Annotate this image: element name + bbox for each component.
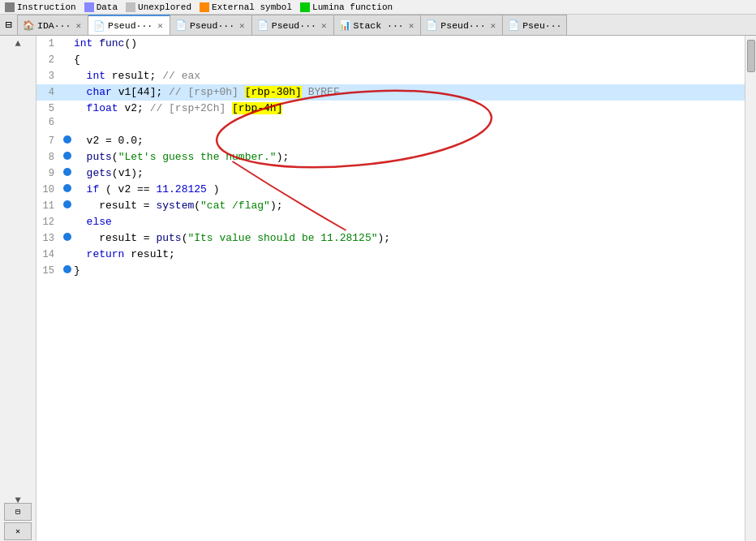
code-area[interactable]: 1int func()2{3 int result; // eax4 char … [37, 36, 745, 541]
code-line-4[interactable]: 4 char v1[44]; // [rsp+0h] [rbp-30h] BYR… [37, 84, 745, 101]
tab-stack[interactable]: 📊 Stack ··· ✕ [334, 15, 422, 35]
tab-pseudo5[interactable]: 📄 Pseu··· [503, 15, 567, 35]
line-number-2: 2 [37, 54, 61, 66]
tab-stack-icon: 📊 [339, 19, 350, 31]
line-number-11: 11 [37, 200, 61, 212]
code-text-8: puts("Let's guess the number."); [74, 149, 745, 165]
tab-pseudo2-close[interactable]: ✕ [238, 20, 247, 31]
breakpoint-8[interactable] [61, 152, 74, 160]
code-text-4: char v1[44]; // [rsp+0h] [rbp-30h] BYREF [74, 84, 745, 101]
tab-pseudo3-close[interactable]: ✕ [320, 20, 329, 31]
data-dot [84, 2, 94, 12]
normal-token: ) [207, 183, 220, 195]
tab-pseudo1[interactable]: 📄 Pseud··· ✕ [88, 15, 170, 35]
tab-pseudo3-icon: 📄 [257, 19, 268, 31]
tab-pseudo4-icon: 📄 [426, 19, 437, 31]
normal-token [74, 86, 87, 98]
highlight-yellow-token: [rbp-30h] [245, 86, 302, 98]
data-label: Data [97, 2, 118, 12]
side-icon-btn-1[interactable]: ⊟ [4, 503, 32, 521]
tab-ida-close[interactable]: ✕ [74, 20, 83, 31]
line-number-1: 1 [37, 38, 61, 49]
breakpoint-13[interactable] [61, 233, 74, 241]
instruction-dot [5, 2, 15, 12]
instruction-label: Instruction [17, 2, 76, 12]
line-number-7: 7 [37, 135, 61, 147]
tab-pseudo4[interactable]: 📄 Pseud··· ✕ [421, 15, 503, 35]
tab-stack-close[interactable]: ✕ [407, 20, 416, 31]
line-number-13: 13 [37, 233, 61, 244]
tab-bar: ⊟ 🏠 IDA··· ✕ 📄 Pseud··· ✕ 📄 Pseud··· ✕ 📄… [0, 15, 756, 36]
scrollbar-vertical[interactable] [745, 36, 756, 541]
legend-bar: Instruction Data Unexplored External sym… [0, 0, 756, 15]
lumina-dot [300, 2, 310, 12]
code-panel: 1int func()2{3 int result; // eax4 char … [37, 36, 745, 541]
normal-token: (v1); [112, 167, 144, 179]
bp-dot-13 [63, 233, 71, 241]
legend-data: Data [84, 2, 118, 12]
bp-dot-10 [63, 184, 71, 192]
tab-pseudo4-close[interactable]: ✕ [489, 20, 498, 31]
code-line-15[interactable]: 15} [37, 263, 745, 279]
tab-pseudo3-label: Pseud··· [272, 20, 316, 31]
code-line-8[interactable]: 8 puts("Let's guess the number."); [37, 149, 745, 165]
code-line-11[interactable]: 11 result = system("cat /flag"); [37, 198, 745, 214]
string-token: "Its value should be 11.28125" [187, 232, 377, 244]
keyword-token: char [87, 86, 112, 98]
legend-unexplored: Unexplored [126, 2, 191, 12]
lumina-label: Lumina function [312, 2, 393, 12]
code-line-1[interactable]: 1int func() [37, 36, 745, 52]
breakpoint-9[interactable] [61, 168, 74, 176]
function-token: func [99, 37, 124, 49]
breakpoint-15[interactable] [61, 265, 74, 273]
code-line-3[interactable]: 3 int result; // eax [37, 68, 745, 84]
code-text-15: } [74, 263, 745, 279]
scrollbar-thumb[interactable] [747, 40, 755, 72]
tab-pseudo1-close[interactable]: ✕ [156, 20, 165, 31]
bp-dot-15 [63, 265, 71, 273]
keyword-token: if [87, 183, 100, 195]
normal-token [74, 167, 87, 179]
line-number-5: 5 [37, 103, 61, 114]
tab-pseudo4-label: Pseud··· [440, 20, 485, 31]
breakpoint-7[interactable] [61, 135, 74, 144]
code-text-3: int result; // eax [74, 68, 745, 84]
tab-pseudo2[interactable]: 📄 Pseud··· ✕ [170, 15, 252, 35]
tab-pseudo3[interactable]: 📄 Pseud··· ✕ [252, 15, 334, 35]
normal-token: v2 = 0.0; [74, 135, 144, 147]
tab-pseudo1-icon: 📄 [93, 20, 105, 32]
line-number-12: 12 [37, 217, 61, 228]
tab-pseudo5-icon: 📄 [508, 19, 519, 31]
code-line-2[interactable]: 2{ [37, 52, 745, 68]
code-text-5: float v2; // [rsp+2Ch] [rbp-4h] [74, 101, 745, 117]
scroll-up-button[interactable]: ▲ [0, 36, 36, 52]
breakpoint-10[interactable] [61, 184, 74, 192]
code-text-10: if ( v2 == 11.28125 ) [74, 182, 745, 198]
normal-token [74, 216, 87, 228]
bp-dot-8 [63, 152, 71, 160]
keyword-token: return [87, 248, 125, 260]
code-line-12[interactable]: 12 else [37, 214, 745, 230]
normal-token: ( [112, 151, 118, 163]
code-text-12: else [74, 214, 745, 230]
code-line-6[interactable]: 6 [37, 117, 745, 133]
tab-pseudo1-label: Pseud··· [108, 20, 152, 31]
code-text-9: gets(v1); [74, 165, 745, 182]
normal-token: { [74, 54, 80, 66]
code-line-7[interactable]: 7 v2 = 0.0; [37, 133, 745, 149]
pin-tab[interactable]: ⊟ [0, 15, 18, 35]
side-icon-btn-2[interactable]: ✕ [4, 522, 32, 540]
bp-dot-9 [63, 168, 71, 176]
tab-ida-icon: 🏠 [23, 19, 34, 31]
function-token: gets [87, 167, 112, 179]
breakpoint-11[interactable] [61, 200, 74, 208]
tab-pseudo2-label: Pseud··· [190, 20, 234, 31]
code-line-13[interactable]: 13 result = puts("Its value should be 11… [37, 230, 745, 247]
code-line-5[interactable]: 5 float v2; // [rsp+2Ch] [rbp-4h] [37, 101, 745, 117]
code-line-9[interactable]: 9 gets(v1); [37, 165, 745, 182]
keyword-token: int [74, 37, 92, 49]
code-line-14[interactable]: 14 return result; [37, 247, 745, 263]
code-line-10[interactable]: 10 if ( v2 == 11.28125 ) [37, 182, 745, 198]
legend-lumina: Lumina function [300, 2, 393, 12]
tab-ida[interactable]: 🏠 IDA··· ✕ [18, 15, 88, 35]
